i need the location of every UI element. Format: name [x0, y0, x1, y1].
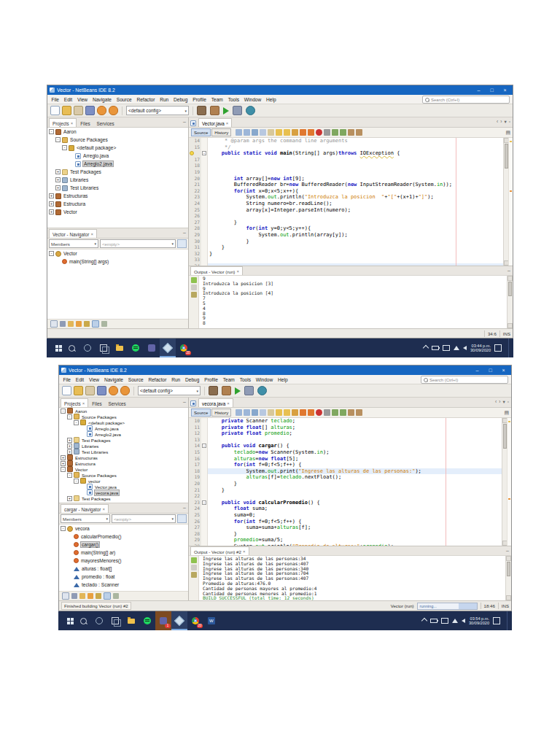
tree-item[interactable]: Arreglo.java	[47, 152, 188, 160]
show-public-only-icon[interactable]	[88, 593, 93, 599]
network-icon[interactable]	[452, 619, 458, 623]
rerun-modified-icon[interactable]	[191, 285, 197, 290]
spotify-button[interactable]	[139, 611, 155, 630]
navigator-item[interactable]: main(String[] ar)	[59, 549, 188, 557]
menu-item[interactable]: Source	[114, 97, 134, 102]
expand-toggle-icon[interactable]: -	[49, 251, 54, 256]
tree-item[interactable]: - Aaron	[59, 408, 188, 414]
rerun-modified-icon[interactable]	[191, 565, 197, 570]
code-editor[interactable]: 10 private Scanner teclado;	[189, 418, 511, 546]
show-opened-documents-icon[interactable]: ▾	[504, 119, 506, 125]
scroll-down-icon[interactable]	[506, 595, 511, 600]
word-button[interactable]	[203, 611, 219, 630]
expand-toolbar-icon[interactable]: ▤	[505, 130, 510, 136]
filter-icon[interactable]	[101, 321, 107, 327]
tree-item[interactable]: Vector.java	[59, 484, 188, 489]
navigator-item[interactable]: main(String[] args)	[47, 258, 188, 266]
menu-item[interactable]: Help	[264, 97, 279, 102]
expand-toggle-icon[interactable]: -	[61, 526, 66, 531]
menu-item[interactable]: Tools	[237, 377, 253, 382]
menu-item[interactable]: File	[49, 97, 61, 102]
scroll-documents-left-icon[interactable]: ‹	[497, 119, 498, 125]
expand-toggle-icon[interactable]: -	[74, 479, 79, 484]
output-scrollbar[interactable]	[507, 276, 513, 328]
menu-item[interactable]: Navigate	[90, 97, 114, 102]
code-editor[interactable]: 14 * @param args the command line argume…	[189, 138, 513, 266]
shift-right-icon[interactable]	[364, 129, 370, 136]
menu-item[interactable]: Window	[253, 377, 275, 382]
find-selection-icon[interactable]	[260, 409, 266, 416]
show-static-icon[interactable]	[68, 321, 74, 327]
scrollbar-thumb[interactable]	[507, 562, 510, 576]
shift-right-icon[interactable]	[364, 409, 370, 416]
tree-item[interactable]: - <default package>	[47, 144, 188, 152]
menu-item[interactable]: Edit	[61, 97, 74, 102]
new-file-button[interactable]	[62, 386, 71, 395]
code-line[interactable]: 11 private float[] alturas;	[189, 425, 511, 431]
code-line[interactable]: 15 teclado=new Scanner(System.in);	[189, 449, 511, 456]
profile-button[interactable]	[257, 386, 267, 395]
clean-build-button[interactable]	[222, 386, 231, 395]
panel-tab[interactable]: Projects ×	[49, 118, 77, 127]
comment-icon[interactable]	[340, 409, 346, 416]
navigator-settings-button[interactable]	[177, 514, 187, 523]
panel-tab[interactable]: Files	[89, 399, 104, 407]
expand-toggle-icon[interactable]: +	[67, 444, 72, 449]
tree-item[interactable]: - Source Packages	[59, 414, 188, 419]
code-line[interactable]: 26	[189, 213, 513, 220]
scroll-documents-right-icon[interactable]: ›	[500, 119, 502, 125]
navigator-tab[interactable]: cargar - Navigator ×	[61, 504, 109, 513]
document-tab[interactable]: Vector.java ×	[198, 118, 232, 127]
menu-item[interactable]: Debug	[183, 377, 202, 382]
close-button[interactable]: ×	[499, 85, 510, 95]
code-fold-icon[interactable]: -	[202, 151, 206, 155]
last-edit-icon[interactable]	[236, 409, 242, 416]
menu-item[interactable]: Window	[241, 97, 263, 102]
code-line[interactable]: 16 - public static void main(String[] ar…	[189, 150, 513, 157]
scrollbar-thumb[interactable]	[508, 282, 512, 296]
next-bookmark-icon[interactable]	[292, 129, 298, 136]
view-toggle-button[interactable]: History	[211, 409, 231, 417]
expand-toggle-icon[interactable]: -	[61, 409, 66, 414]
code-line[interactable]: 31 }	[189, 244, 513, 251]
expand-toggle-icon[interactable]: +	[61, 455, 66, 460]
code-line[interactable]: 22 for(int x=0;x<5;x++){	[189, 188, 513, 195]
close-tab-icon[interactable]: ×	[90, 232, 93, 236]
tree-item[interactable]: - vector	[59, 478, 188, 484]
tree-item[interactable]: + Estructura	[47, 200, 188, 208]
code-line[interactable]: 25 array[x]=Integer.parseInt(numero);	[189, 207, 513, 214]
last-edit-icon[interactable]	[236, 129, 242, 136]
stop-macro-icon[interactable]	[332, 409, 338, 416]
fully-qualified-names-icon[interactable]	[109, 321, 115, 327]
output-tab[interactable]: Output - Vector (run) #2 ×	[190, 546, 249, 555]
clock[interactable]: 03:44 p.m. 30/09/2020	[470, 344, 491, 353]
menu-item[interactable]: View	[87, 377, 102, 382]
code-line[interactable]: 13	[189, 437, 511, 444]
rerun-icon[interactable]	[191, 557, 197, 563]
file-explorer-button[interactable]	[112, 338, 128, 357]
cortana-button[interactable]	[91, 611, 107, 630]
fully-qualified-names-icon[interactable]	[121, 593, 127, 599]
minimize-panel-icon[interactable]: –	[506, 548, 509, 553]
next-bookmark-icon[interactable]	[292, 409, 298, 416]
toggle-bookmark-icon[interactable]	[300, 409, 306, 416]
tree-item[interactable]: + Estructura	[59, 460, 188, 466]
code-line[interactable]: 12 private float promedio;	[189, 430, 511, 437]
expand-toggle-icon[interactable]: +	[55, 185, 61, 190]
menu-item[interactable]: Team	[220, 377, 237, 382]
code-line[interactable]: 22	[189, 493, 511, 500]
back-icon[interactable]	[244, 409, 250, 416]
code-line[interactable]: 32 }	[189, 251, 513, 258]
navigator-tab[interactable]: Vector - Navigator ×	[49, 229, 97, 238]
code-line[interactable]: 27 suma=suma+alturas[f];	[189, 525, 511, 531]
show-inherited-icon[interactable]	[50, 320, 58, 328]
code-fold-icon[interactable]: -	[202, 500, 206, 505]
previous-error-icon[interactable]	[308, 409, 314, 416]
navigator-item[interactable]: promedio : float	[59, 573, 188, 581]
new-file-button[interactable]	[50, 106, 60, 115]
code-line[interactable]: 25 suma=0;	[189, 512, 511, 519]
config-select[interactable]: <default config>▾	[126, 106, 189, 115]
menu-item[interactable]: Team	[209, 97, 225, 102]
network-icon[interactable]	[454, 346, 459, 350]
quick-search[interactable]: Search (Ctrl+I)	[422, 96, 510, 104]
